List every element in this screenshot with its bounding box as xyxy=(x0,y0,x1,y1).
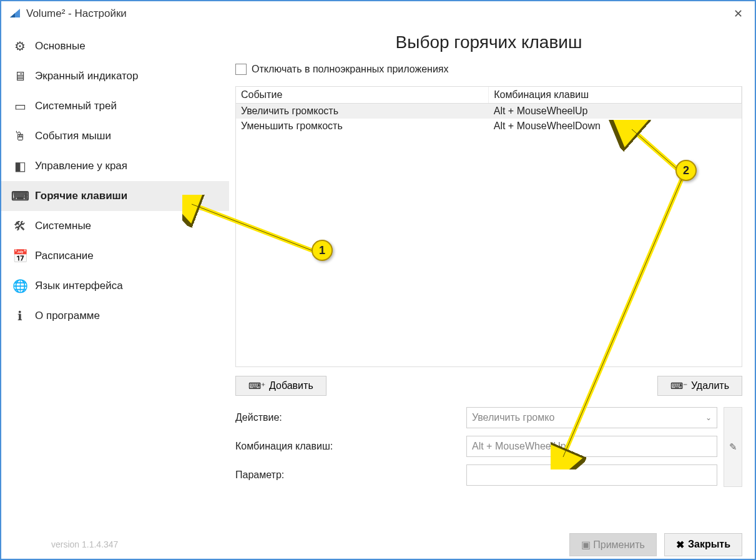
pencil-icon: ✎ xyxy=(729,441,737,453)
sidebar-item-mouse[interactable]: 🖱 События мыши xyxy=(1,121,229,151)
sidebar-item-label: Основные xyxy=(35,40,86,52)
version-label: version 1.1.4.347 xyxy=(51,539,118,549)
app-icon xyxy=(9,7,21,20)
callout-2: 2 xyxy=(675,160,697,181)
sidebar-item-edge[interactable]: ◧ Управление у края xyxy=(1,151,229,181)
param-label: Параметр: xyxy=(235,469,466,481)
apply-label: Применить xyxy=(593,539,645,550)
keyboard-minus-icon: ⌨⁻ xyxy=(670,381,687,391)
chevron-down-icon: ⌄ xyxy=(705,413,712,422)
sidebar-item-language[interactable]: 🌐 Язык интерфейса xyxy=(1,271,229,301)
sidebar-item-about[interactable]: ℹ О программе xyxy=(1,301,229,331)
add-button-label: Добавить xyxy=(269,380,313,391)
globe-icon: 🌐 xyxy=(12,278,27,293)
sidebar-item-tray[interactable]: ▭ Системный трей xyxy=(1,91,229,121)
sidebar-item-label: Язык интерфейса xyxy=(35,280,123,292)
gear-icon: ⚙ xyxy=(12,39,27,54)
apply-icon: ▣ xyxy=(581,539,591,550)
edit-tool[interactable]: ✎ xyxy=(724,407,742,487)
calendar-icon: 📅 xyxy=(12,248,27,263)
monitor-icon: 🖥 xyxy=(12,69,27,84)
close-x-icon: ✖ xyxy=(676,539,684,551)
page-title: Выбор горячих клавиш xyxy=(235,32,742,52)
action-value: Увеличить громко xyxy=(472,412,554,423)
close-label: Закрыть xyxy=(688,539,730,550)
sidebar-item-hotkeys[interactable]: ⌨ Горячие клавиши xyxy=(1,181,229,211)
sidebar-item-label: Расписание xyxy=(35,250,94,262)
combo-input[interactable]: Alt + MouseWheelUp xyxy=(466,436,717,457)
cell-event: Уменьшить громкость xyxy=(236,119,489,134)
keyboard-plus-icon: ⌨⁺ xyxy=(248,381,265,391)
mouse-icon: 🖱 xyxy=(12,129,27,144)
action-label: Действие: xyxy=(235,412,466,423)
table-row[interactable]: Уменьшить громкость Alt + MouseWheelDown xyxy=(236,119,742,134)
close-button[interactable]: ✖ Закрыть xyxy=(664,533,742,556)
cell-combo: Alt + MouseWheelUp xyxy=(489,104,742,119)
sidebar-item-label: Экранный индикатор xyxy=(35,70,138,82)
col-event[interactable]: Событие xyxy=(236,87,489,104)
disable-fullscreen-row[interactable]: Отключать в полноэкранных приложениях xyxy=(235,64,742,75)
delete-button[interactable]: ⌨⁻ Удалить xyxy=(657,376,742,396)
cell-combo: Alt + MouseWheelDown xyxy=(489,119,742,134)
sidebar-item-general[interactable]: ⚙ Основные xyxy=(1,31,229,61)
sidebar-item-osd[interactable]: 🖥 Экранный индикатор xyxy=(1,61,229,91)
sidebar-item-label: События мыши xyxy=(35,130,111,142)
param-input[interactable] xyxy=(466,464,717,486)
cell-event: Увеличить громкость xyxy=(236,104,489,119)
keyboard-icon: ⌨ xyxy=(12,189,27,204)
sidebar-item-system[interactable]: 🛠 Системные xyxy=(1,211,229,241)
col-combo[interactable]: Комбинация клавиш xyxy=(489,87,742,104)
checkbox-icon[interactable] xyxy=(235,64,247,75)
edge-icon: ◧ xyxy=(12,159,27,174)
combo-label: Комбинация клавиш: xyxy=(235,441,466,452)
info-icon: ℹ xyxy=(12,308,27,323)
sidebar-item-label: Системные xyxy=(35,220,91,232)
window-title: Volume² - Настройки xyxy=(26,7,729,20)
sidebar-item-label: О программе xyxy=(35,310,100,322)
combo-value: Alt + MouseWheelUp xyxy=(472,441,566,452)
titlebar: Volume² - Настройки ✕ xyxy=(1,1,755,26)
sidebar: ⚙ Основные 🖥 Экранный индикатор ▭ Систем… xyxy=(1,26,229,534)
sidebar-item-label: Горячие клавиши xyxy=(35,190,127,202)
svg-marker-1 xyxy=(10,13,15,17)
delete-button-label: Удалить xyxy=(691,380,729,391)
callout-1: 1 xyxy=(312,240,333,261)
action-select[interactable]: Увеличить громко ⌄ xyxy=(466,407,717,428)
close-icon[interactable]: ✕ xyxy=(729,7,747,21)
tray-icon: ▭ xyxy=(12,99,27,114)
tools-icon: 🛠 xyxy=(12,219,27,233)
sidebar-item-schedule[interactable]: 📅 Расписание xyxy=(1,241,229,271)
checkbox-label: Отключать в полноэкранных приложениях xyxy=(252,64,449,75)
sidebar-item-label: Управление у края xyxy=(35,160,127,172)
hotkey-table[interactable]: Событие Комбинация клавиш Увеличить гром… xyxy=(235,86,742,367)
footer: version 1.1.4.347 ▣ Применить ✖ Закрыть xyxy=(1,530,755,559)
sidebar-item-label: Системный трей xyxy=(35,100,117,112)
main-panel: Выбор горячих клавиш Отключать в полноэк… xyxy=(229,26,755,534)
add-button[interactable]: ⌨⁺ Добавить xyxy=(235,376,326,396)
table-row[interactable]: Увеличить громкость Alt + MouseWheelUp xyxy=(236,104,742,119)
apply-button[interactable]: ▣ Применить xyxy=(569,533,657,556)
